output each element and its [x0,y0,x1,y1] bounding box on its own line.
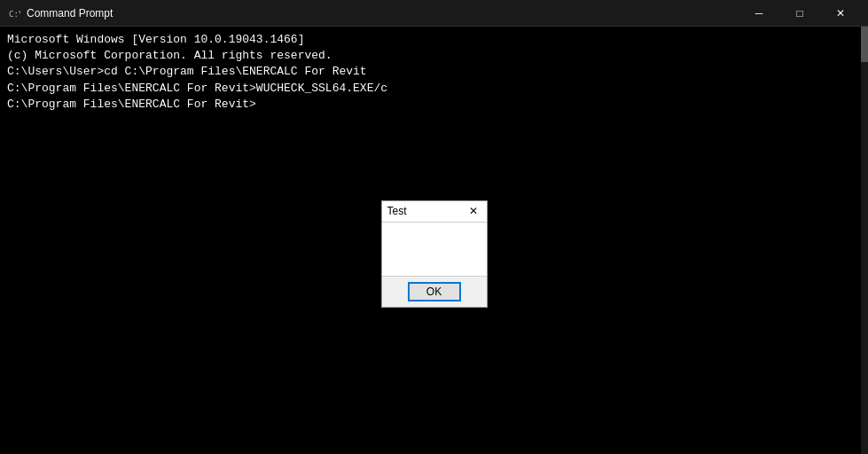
cmd-icon: C:\ [7,6,21,20]
scrollbar-thumb[interactable] [861,27,868,62]
dialog-close-button[interactable]: ✕ [465,203,481,219]
scrollbar[interactable] [861,27,868,454]
title-bar: C:\ Command Prompt ─ □ ✕ [0,0,868,27]
test-dialog: Test ✕ OK [381,200,488,308]
terminal-line: C:\Program Files\ENERCALC For Revit>WUCH… [7,81,861,97]
maximize-button[interactable]: □ [779,0,820,27]
minimize-button[interactable]: ─ [739,0,779,27]
terminal-output: Microsoft Windows [Version 10.0.19043.14… [7,32,861,113]
terminal-line: C:\Users\User>cd C:\Program Files\ENERCA… [7,64,861,80]
svg-text:C:\: C:\ [9,10,20,19]
window-title: Command Prompt [27,7,113,20]
dialog-footer: OK [382,276,487,307]
close-button[interactable]: ✕ [820,0,861,27]
terminal-body[interactable]: Microsoft Windows [Version 10.0.19043.14… [0,27,868,454]
terminal-line: C:\Program Files\ENERCALC For Revit> [7,97,861,113]
title-bar-left: C:\ Command Prompt [7,6,113,20]
title-bar-controls: ─ □ ✕ [739,0,861,26]
terminal-line: Microsoft Windows [Version 10.0.19043.14… [7,32,861,48]
terminal-line: (c) Microsoft Corporation. All rights re… [7,48,861,64]
dialog-ok-button[interactable]: OK [408,282,461,301]
dialog-titlebar: Test ✕ [382,201,487,223]
dialog-content [382,223,487,276]
dialog-title: Test [387,205,407,217]
